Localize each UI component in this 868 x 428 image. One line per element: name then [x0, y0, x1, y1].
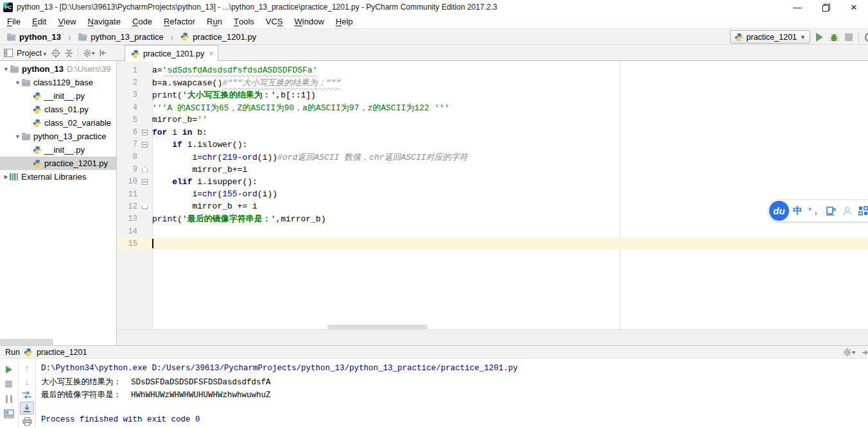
python-file-icon — [131, 49, 140, 58]
minimize-button[interactable]: — — [783, 0, 812, 14]
close-icon[interactable]: × — [209, 49, 213, 58]
hide-panel-icon[interactable] — [99, 49, 107, 57]
tree-item-__init__-py[interactable]: __init__.py — [0, 89, 116, 103]
breadcrumb-item-python_13_practice[interactable]: python_13_practice — [78, 32, 163, 42]
ime-account-button[interactable] — [842, 206, 853, 216]
search-everywhere-icon[interactable] — [865, 33, 868, 42]
close-button[interactable]: ✕ — [840, 0, 868, 14]
code-line-10[interactable]: 10 elif i.isupper(): — [117, 176, 868, 188]
code-text: mirror_b+=i — [152, 165, 247, 175]
chevron-expanded-icon[interactable]: ▼ — [3, 66, 10, 73]
rerun-button[interactable] — [2, 362, 16, 377]
baidu-ime-logo-icon[interactable]: du — [769, 201, 789, 221]
console-line — [41, 402, 868, 415]
code-line-5[interactable]: 5mirror_b='' — [117, 114, 868, 126]
editor-tab-strip: practice_1201.py × — [117, 45, 868, 61]
fold-marker[interactable] — [137, 142, 152, 148]
code-line-11[interactable]: 11 i=chr(155-ord(i)) — [117, 188, 868, 200]
code-line-1[interactable]: 1a='sdSdsfdAdsdsdfsfdsdASDSDFDSFa' — [117, 64, 868, 76]
menu-item-vcs[interactable]: VCS — [260, 14, 289, 28]
stop-button[interactable] — [2, 377, 16, 391]
project-panel-title[interactable]: Project ▾ — [17, 49, 46, 58]
tree-item-class_02_variable[interactable]: class_02_variable — [0, 116, 116, 130]
run-config-dropdown[interactable]: practice_1201 ▼ — [730, 30, 810, 44]
debug-button[interactable] — [829, 32, 839, 42]
up-stack-trace-button[interactable]: ↑ — [20, 362, 34, 375]
down-stack-trace-button[interactable]: ↓ — [20, 375, 34, 389]
arrow-up-icon: ↑ — [25, 363, 30, 373]
fold-marker[interactable] — [137, 167, 152, 173]
fold-marker[interactable] — [137, 203, 152, 209]
breadcrumb-item-practice_1201.py[interactable]: practice_1201.py — [180, 32, 256, 42]
pause-output-button[interactable] — [2, 391, 16, 406]
tree-item-class1129_base[interactable]: ▼class1129_base — [0, 76, 116, 89]
code-text: '''A 的ASCII为65，Z的ASCII为90，a的ASCII为97，z的A… — [152, 102, 449, 114]
menu-item-file[interactable]: File — [1, 14, 26, 28]
menu-item-navigate[interactable]: Navigate — [82, 14, 126, 28]
code-line-3[interactable]: 3print('大小写互换的结果为：',b[::1]) — [117, 89, 868, 101]
tree-item-label: __init__.py — [44, 91, 85, 101]
locate-file-icon[interactable] — [51, 49, 60, 58]
breadcrumb-item-python_13[interactable]: python_13 — [6, 32, 61, 42]
ime-skin-button[interactable] — [826, 206, 837, 216]
print-button[interactable] — [20, 415, 34, 428]
printer-icon — [22, 417, 32, 426]
code-line-6[interactable]: 6for i in b: — [117, 126, 868, 138]
tool-header-row: Project ▾ ▾ — [0, 45, 868, 61]
hide-panel-icon[interactable] — [862, 348, 868, 357]
collapse-all-icon[interactable] — [65, 49, 73, 58]
code-line-4[interactable]: 4'''A 的ASCII为65，Z的ASCII为90，a的ASCII为97，z的… — [117, 101, 868, 114]
code-line-2[interactable]: 2b=a.swapcase()#"""大小写互换的结果为：""" — [117, 76, 868, 89]
code-line-13[interactable]: 13print('最后的镜像字符串是：',mirror_b) — [117, 213, 868, 225]
menu-item-code[interactable]: Code — [126, 14, 158, 28]
horizontal-scrollbar[interactable] — [327, 325, 428, 329]
code-line-12[interactable]: 12 mirror_b += i — [117, 200, 868, 212]
run-button[interactable] — [816, 33, 823, 42]
arrow-down-icon: ↓ — [25, 377, 30, 387]
code-text: b=a.swapcase()#"""大小写互换的结果为：""" — [152, 77, 341, 89]
tree-item-practice_1201-py[interactable]: practice_1201.py — [0, 157, 116, 170]
ime-punctuation-button[interactable]: °， — [808, 205, 820, 217]
code-line-15[interactable]: 15 — [117, 237, 868, 250]
show-console-button[interactable] — [2, 406, 16, 421]
settings-gear-icon[interactable]: ▾ — [83, 49, 95, 58]
menu-item-window[interactable]: Window — [289, 14, 330, 28]
tree-item-External-Libraries[interactable]: ▶External Libraries — [0, 170, 116, 184]
restore-button[interactable] — [812, 0, 840, 14]
menu-item-edit[interactable]: Edit — [26, 14, 52, 28]
ime-language-mode-button[interactable]: 中 — [793, 205, 803, 217]
settings-gear-icon[interactable]: ▾ — [843, 348, 855, 357]
code-line-14[interactable]: 14 — [117, 225, 868, 237]
tree-item-python_13_practice[interactable]: ▼python_13_practice — [0, 130, 116, 143]
scroll-to-end-button[interactable] — [20, 402, 34, 415]
chevron-expanded-icon[interactable]: ▼ — [14, 80, 21, 86]
horizontal-scrollbar[interactable] — [0, 339, 53, 345]
tree-item-__init__-py[interactable]: __init__.py — [0, 143, 116, 157]
tab-practice-1201[interactable]: practice_1201.py × — [125, 45, 218, 62]
chevron-expanded-icon[interactable]: ▼ — [14, 133, 21, 140]
scroll-to-end-icon — [22, 404, 31, 413]
code-token: '最后的镜像字符串是：' — [182, 214, 276, 224]
stop-button[interactable] — [845, 33, 853, 41]
run-console-output[interactable]: D:\Python34\python.exe D:/Users/39613/Py… — [36, 359, 868, 428]
tree-item-class_01-py[interactable]: class_01.py — [0, 103, 116, 116]
tree-item-label: python_13 — [22, 64, 64, 74]
menu-item-refactor[interactable]: Refactor — [158, 14, 201, 28]
menu-item-run[interactable]: Run — [201, 14, 228, 28]
run-tab-label[interactable]: Run — [5, 348, 20, 357]
fold-collapse-icon — [142, 179, 148, 185]
code-editor[interactable]: 1a='sdSdsfdAdsdsdfsfdsdASDSDFDSFa'2b=a.s… — [117, 61, 868, 345]
menu-item-tools[interactable]: Tools — [228, 14, 260, 28]
fold-marker[interactable] — [137, 130, 152, 135]
menu-item-view[interactable]: View — [52, 14, 82, 28]
code-line-7[interactable]: 7 if i.islower(): — [117, 139, 868, 151]
code-line-9[interactable]: 9 mirror_b+=i — [117, 163, 868, 175]
run-config-name[interactable]: practice_1201 — [37, 348, 87, 357]
soft-wrap-button[interactable] — [20, 388, 34, 402]
code-line-8[interactable]: 8 i=chr(219-ord(i))#ord返回ASCII 数值，chr返回A… — [117, 151, 868, 163]
chevron-collapsed-icon[interactable]: ▶ — [3, 174, 10, 180]
fold-marker[interactable] — [137, 179, 152, 185]
menu-item-help[interactable]: Help — [330, 14, 359, 28]
tree-item-python_13[interactable]: ▼python_13D:\Users\39 — [0, 62, 116, 76]
ime-menu-button[interactable] — [858, 206, 868, 216]
